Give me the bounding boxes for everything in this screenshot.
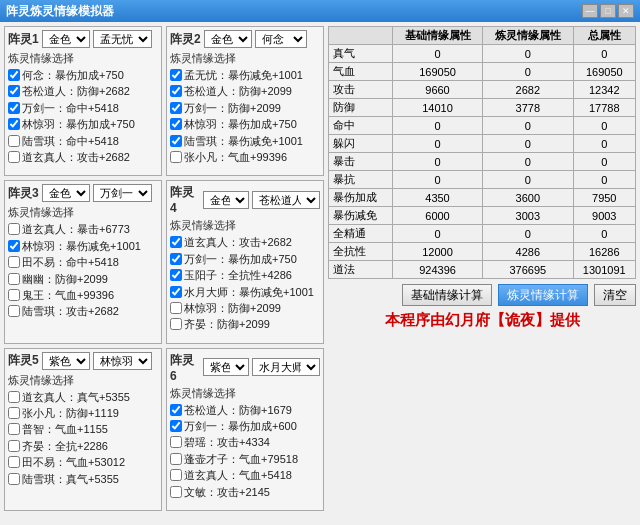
checkbox-ling3-2[interactable] [8,256,20,268]
checkbox-ling1-1[interactable] [8,85,20,97]
checkbox-ling5-4[interactable] [8,456,20,468]
minimize-button[interactable]: — [582,4,598,18]
checkbox-label-ling6-3: 蓬壶才子：气血+79518 [184,452,298,467]
checkbox-ling4-3[interactable] [170,286,182,298]
ling-color-select-ling5[interactable]: 紫色 [42,352,90,370]
checkbox-ling5-5[interactable] [8,473,20,485]
checkbox-label-ling4-5: 齐晏：防御+2099 [184,317,270,332]
maximize-button[interactable]: □ [600,4,616,18]
clear-button[interactable]: 清空 [594,284,636,306]
list-item: 陆雪琪：真气+5355 [8,472,158,487]
ling-color-select-ling1[interactable]: 金色 [42,30,90,48]
checkbox-label-ling1-4: 陆雪琪：命中+5418 [22,134,119,149]
list-item: 孟无忧：暴伤减免+1001 [170,68,320,83]
checkbox-label-ling2-3: 林惊羽：暴伤加成+750 [184,117,297,132]
table-row: 躲闪000 [329,135,636,153]
checkbox-ling2-4[interactable] [170,135,182,147]
list-item: 幽幽：防御+2099 [8,272,158,287]
list-item: 何念：暴伤加成+750 [8,68,158,83]
checkbox-label-ling1-5: 道玄真人：攻击+2682 [22,150,130,165]
ling-color-select-ling6[interactable]: 紫色 [203,358,250,376]
button-row: 基础情缘计算 炼灵情缘计算 清空 [328,284,636,306]
checkbox-ling5-1[interactable] [8,407,20,419]
ling-group-ling6: 阵灵6紫色水月大师炼灵情缘选择苍松道人：防御+1679万剑一：暴伤加成+600碧… [166,348,324,511]
calc-base-button[interactable]: 基础情缘计算 [402,284,492,306]
checkbox-ling5-3[interactable] [8,440,20,452]
checkbox-ling6-1[interactable] [170,420,182,432]
checkbox-label-ling1-1: 苍松道人：防御+2682 [22,84,130,99]
checkbox-ling3-0[interactable] [8,223,20,235]
stats-cell-base-11: 12000 [392,243,482,261]
table-row: 暴抗000 [329,171,636,189]
checkbox-ling4-5[interactable] [170,318,182,330]
ling-name-select-ling5[interactable]: 林惊羽 [93,352,152,370]
checkbox-label-ling2-2: 万剑一：防御+2099 [184,101,281,116]
ling-name-select-ling6[interactable]: 水月大师 [252,358,320,376]
list-item: 田不易：气血+53012 [8,455,158,470]
checkbox-ling2-5[interactable] [170,151,182,163]
checkbox-ling4-1[interactable] [170,253,182,265]
checkbox-ling3-4[interactable] [8,289,20,301]
stats-cell-lian-6: 0 [483,153,573,171]
stats-cell-base-8: 4350 [392,189,482,207]
checkbox-ling4-4[interactable] [170,302,182,314]
checkbox-ling1-2[interactable] [8,102,20,114]
stats-cell-total-1: 169050 [573,63,635,81]
ling-color-select-ling3[interactable]: 金色 [42,184,90,202]
list-item: 齐晏：防御+2099 [170,317,320,332]
checkbox-ling1-0[interactable] [8,69,20,81]
checkbox-ling6-0[interactable] [170,404,182,416]
checkbox-ling2-3[interactable] [170,118,182,130]
checkbox-ling3-1[interactable] [8,240,20,252]
list-item: 万剑一：命中+5418 [8,101,158,116]
checkbox-label-ling5-2: 普智：气血+1155 [22,422,108,437]
checkbox-ling6-4[interactable] [170,469,182,481]
list-item: 道玄真人：攻击+2682 [170,235,320,250]
stats-col-total: 总属性 [573,27,635,45]
ling-name-select-ling3[interactable]: 万剑一 [93,184,152,202]
checkbox-ling6-5[interactable] [170,486,182,498]
checkbox-ling6-2[interactable] [170,436,182,448]
checkbox-label-ling3-4: 鬼王：气血+99396 [22,288,114,303]
list-item: 鬼王：气血+99396 [8,288,158,303]
stats-cell-label-5: 躲闪 [329,135,393,153]
checkbox-ling1-5[interactable] [8,151,20,163]
checkbox-ling3-5[interactable] [8,305,20,317]
checkbox-ling1-3[interactable] [8,118,20,130]
stats-cell-lian-9: 3003 [483,207,573,225]
checkbox-ling3-3[interactable] [8,273,20,285]
checkbox-label-ling5-0: 道玄真人：真气+5355 [22,390,130,405]
checkbox-ling4-0[interactable] [170,236,182,248]
checkbox-ling5-2[interactable] [8,423,20,435]
ling-section-label-ling6: 炼灵情缘选择 [170,386,320,401]
checkbox-ling2-1[interactable] [170,85,182,97]
checkbox-ling2-2[interactable] [170,102,182,114]
stats-cell-total-0: 0 [573,45,635,63]
ling-color-select-ling4[interactable]: 金色 [203,191,250,209]
checkbox-label-ling6-4: 道玄真人：气血+5418 [184,468,292,483]
stats-table: 基础情缘属性 炼灵情缘属性 总属性 真气000气血1690500169050攻击… [328,26,636,279]
checkbox-ling4-2[interactable] [170,269,182,281]
window-controls: — □ ✕ [582,4,634,18]
checkbox-label-ling2-5: 张小凡：气血+99396 [184,150,287,165]
table-row: 暴伤加成435036007950 [329,189,636,207]
checkbox-label-ling5-5: 陆雪琪：真气+5355 [22,472,119,487]
ling-name-select-ling1[interactable]: 孟无忧 [93,30,152,48]
stats-cell-base-6: 0 [392,153,482,171]
checkbox-ling2-0[interactable] [170,69,182,81]
checkbox-ling1-4[interactable] [8,135,20,147]
stats-cell-label-2: 攻击 [329,81,393,99]
ling-color-select-ling2[interactable]: 金色 [204,30,252,48]
checkbox-ling5-0[interactable] [8,391,20,403]
table-row: 全抗性12000428616286 [329,243,636,261]
ling-name-select-ling4[interactable]: 苍松道人 [252,191,320,209]
ling-name-select-ling2[interactable]: 何念 [255,30,307,48]
ling-group-ling2: 阵灵2金色何念炼灵情缘选择孟无忧：暴伤减免+1001苍松道人：防御+2099万剑… [166,26,324,176]
list-item: 陆雪琪：命中+5418 [8,134,158,149]
ling-header-ling4: 阵灵4金色苍松道人 [170,184,320,215]
calc-lian-button[interactable]: 炼灵情缘计算 [498,284,588,306]
stats-cell-lian-2: 2682 [483,81,573,99]
stats-cell-label-7: 暴抗 [329,171,393,189]
close-button[interactable]: ✕ [618,4,634,18]
checkbox-ling6-3[interactable] [170,453,182,465]
